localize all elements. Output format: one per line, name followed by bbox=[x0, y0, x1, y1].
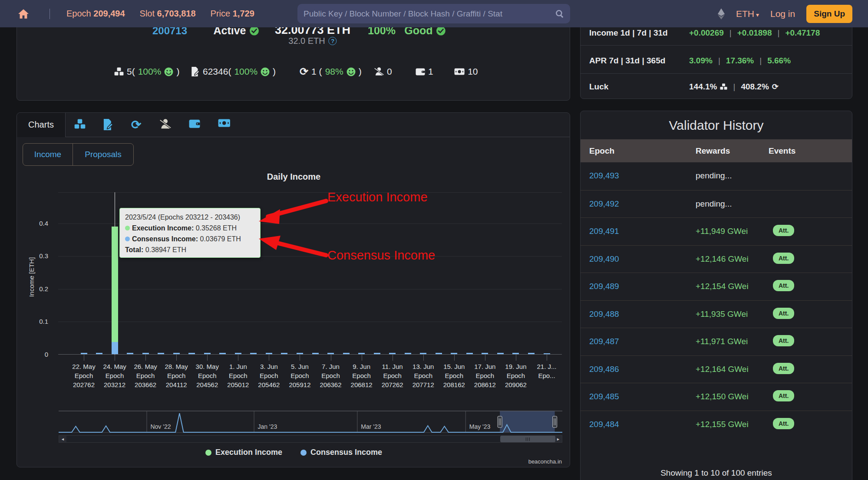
consensus-income-bar[interactable] bbox=[497, 353, 504, 354]
user-slash-icon bbox=[374, 67, 384, 76]
home-icon[interactable] bbox=[18, 9, 29, 19]
chart-tab-money-bill-icon[interactable] bbox=[218, 119, 231, 127]
consensus-income-bar[interactable] bbox=[127, 353, 133, 354]
x-axis-tick bbox=[331, 355, 331, 361]
consensus-income-bar[interactable] bbox=[327, 353, 334, 354]
navigator-chart[interactable]: Nov '22Jan '23Mar '23May '23 bbox=[59, 411, 562, 434]
proposals-tab-button[interactable]: Proposals bbox=[73, 144, 133, 165]
epoch-label: Epoch bbox=[66, 9, 91, 18]
navigator-handle[interactable] bbox=[553, 416, 557, 427]
consensus-income-bar[interactable] bbox=[436, 353, 442, 354]
tab-charts[interactable]: Charts bbox=[17, 113, 66, 137]
consensus-income-bar[interactable] bbox=[81, 353, 87, 354]
x-axis-tick bbox=[84, 355, 84, 361]
scrollbar-left-arrow[interactable]: ◄ bbox=[59, 436, 66, 442]
epoch-link[interactable]: 209,484 bbox=[589, 420, 619, 429]
consensus-income-bar[interactable] bbox=[358, 353, 365, 354]
table-row: 209,486+12,164 GWeiAtt. bbox=[581, 355, 852, 383]
consensus-income-bar[interactable] bbox=[235, 353, 241, 354]
login-link[interactable]: Log in bbox=[770, 9, 795, 19]
legend-item[interactable]: Consensus Income bbox=[300, 448, 382, 457]
search-icon[interactable] bbox=[555, 10, 564, 18]
x-axis-tick bbox=[393, 355, 393, 361]
row-divider bbox=[581, 45, 852, 46]
table-row: 209,488+11,935 GWeiAtt. bbox=[581, 300, 852, 328]
x-axis-tick bbox=[207, 355, 208, 361]
gridline bbox=[58, 322, 562, 322]
smiley-icon bbox=[347, 67, 356, 76]
currency-dropdown[interactable]: ETH▾ bbox=[736, 9, 759, 19]
consensus-income-bar[interactable] bbox=[512, 353, 519, 354]
chart-tab-cubes-icon[interactable] bbox=[74, 119, 86, 129]
execution-income-bar[interactable] bbox=[112, 227, 118, 342]
tooltip-consensus-row: Consensus Income: 0.03679 ETH bbox=[125, 233, 255, 244]
legend-item[interactable]: Execution Income bbox=[205, 448, 282, 457]
epoch-link[interactable]: 209,485 bbox=[589, 392, 619, 401]
help-icon[interactable]: ? bbox=[329, 37, 337, 45]
epoch-link[interactable]: 209,489 bbox=[589, 282, 619, 291]
consensus-income-bar[interactable] bbox=[281, 353, 287, 354]
charts-panel: Charts ⟳ Income Proposals Daily Income I… bbox=[17, 112, 570, 467]
chart-tab-file-signature-icon[interactable] bbox=[102, 119, 113, 130]
consensus-income-bar[interactable] bbox=[188, 353, 195, 354]
scrollbar-thumb[interactable] bbox=[500, 436, 555, 442]
epoch-link[interactable]: 209,487 bbox=[589, 337, 619, 346]
attestation-badge: Att. bbox=[773, 225, 794, 236]
consensus-income-bar[interactable] bbox=[466, 353, 473, 354]
smiley-icon bbox=[164, 67, 173, 76]
consensus-income-bar[interactable] bbox=[204, 353, 211, 354]
epoch-indicator[interactable]: Epoch 209,494 bbox=[66, 9, 125, 19]
attestation-badge: Att. bbox=[773, 363, 794, 374]
price-indicator[interactable]: Price 1,729 bbox=[211, 9, 254, 19]
chart-tooltip: 2023/5/24 (Epochs 203212 - 203436) Execu… bbox=[119, 208, 261, 258]
income-tab-button[interactable]: Income bbox=[23, 144, 73, 165]
signup-button[interactable]: Sign Up bbox=[806, 5, 852, 23]
epoch-link[interactable]: 209,493 bbox=[589, 171, 619, 181]
epoch-link[interactable]: 209,492 bbox=[589, 199, 619, 209]
consensus-income-bar[interactable] bbox=[389, 353, 396, 354]
consensus-income-bar[interactable] bbox=[112, 342, 118, 354]
chart-navigator[interactable]: Nov '22Jan '23Mar '23May '23 bbox=[59, 411, 562, 434]
cubes-icon bbox=[720, 83, 727, 90]
epoch-link[interactable]: 209,490 bbox=[589, 254, 619, 264]
consensus-income-bar[interactable] bbox=[544, 353, 550, 354]
slot-indicator[interactable]: Slot 6,703,818 bbox=[140, 9, 196, 19]
consensus-income-bar[interactable] bbox=[250, 353, 257, 354]
chart-tab-sync-icon[interactable]: ⟳ bbox=[131, 119, 141, 131]
reward-value: +11,935 GWei bbox=[696, 309, 748, 319]
consensus-income-bar[interactable] bbox=[158, 353, 164, 354]
consensus-income-bar[interactable] bbox=[96, 353, 102, 354]
x-axis-tick bbox=[145, 355, 146, 361]
effective-balance-value: 32.0 ETH bbox=[288, 36, 325, 46]
consensus-income-bar[interactable] bbox=[297, 353, 303, 354]
consensus-income-bar[interactable] bbox=[374, 353, 380, 354]
slot-value: 6,703,818 bbox=[157, 9, 196, 18]
navigator-handle[interactable] bbox=[498, 416, 502, 427]
consensus-income-bar[interactable] bbox=[173, 353, 180, 354]
consensus-income-bar[interactable] bbox=[482, 353, 488, 354]
y-axis-tick: 0.4 bbox=[26, 220, 48, 227]
top-navbar: Epoch 209,494 Slot 6,703,818 Price 1,729 bbox=[0, 0, 868, 27]
consensus-income-bar[interactable] bbox=[219, 353, 226, 354]
consensus-income-bar[interactable] bbox=[528, 353, 535, 354]
consensus-income-bar[interactable] bbox=[405, 353, 411, 354]
search-input[interactable] bbox=[304, 9, 555, 19]
chart-tab-wallet-icon[interactable] bbox=[189, 119, 200, 128]
consensus-income-bar[interactable] bbox=[451, 353, 457, 354]
stat-value: 62346( bbox=[203, 66, 231, 77]
table-row: 209,487+11,971 GWeiAtt. bbox=[581, 328, 852, 355]
chart-tab-user-slash-icon[interactable] bbox=[160, 119, 171, 129]
column-epoch: Epoch bbox=[589, 146, 614, 156]
chart-scrollbar[interactable]: ◄► bbox=[59, 435, 562, 443]
consensus-income-bar[interactable] bbox=[142, 353, 149, 354]
scrollbar-right-arrow[interactable]: ► bbox=[554, 436, 562, 442]
consensus-income-bar[interactable] bbox=[420, 353, 426, 354]
navigator-selection[interactable] bbox=[500, 411, 554, 433]
consensus-income-bar[interactable] bbox=[266, 353, 272, 354]
consensus-income-bar[interactable] bbox=[312, 353, 319, 354]
epoch-link[interactable]: 209,491 bbox=[589, 227, 619, 236]
validator-history-title: Validator History bbox=[581, 118, 852, 133]
epoch-link[interactable]: 209,486 bbox=[589, 365, 619, 374]
consensus-income-bar[interactable] bbox=[343, 353, 350, 354]
epoch-link[interactable]: 209,488 bbox=[589, 309, 619, 319]
